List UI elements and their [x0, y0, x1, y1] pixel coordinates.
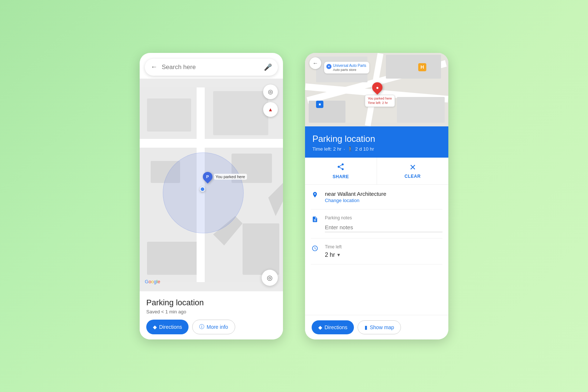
map-background: P You parked here ◎ ▲ ◎ Google	[140, 79, 283, 291]
share-label: SHARE	[333, 174, 349, 179]
map-area-left: P You parked here ◎ ▲ ◎ Google	[140, 79, 283, 291]
location-icon	[311, 191, 319, 200]
more-info-button[interactable]: ⓘ More info	[192, 320, 235, 334]
walk-time: 2 d 10 hr	[355, 146, 374, 152]
map-small-icon: ■	[316, 101, 323, 108]
clear-button[interactable]: ✕ CLEAR	[377, 158, 449, 184]
compass-button[interactable]: ▲	[263, 102, 278, 117]
directions-label-right: Directions	[325, 324, 347, 330]
parking-header-title: Parking location	[312, 134, 441, 144]
back-arrow-right[interactable]: ←	[309, 57, 321, 69]
bottom-panel-right: ◆ Directions ▮ Show map	[305, 315, 448, 339]
svg-rect-1	[147, 98, 191, 132]
red-pin: ●	[370, 80, 385, 95]
parking-title-left: Parking location	[146, 298, 276, 308]
search-input[interactable]	[162, 64, 259, 71]
svg-rect-6	[147, 242, 198, 275]
parking-pin-letter: P	[206, 175, 209, 179]
parking-header: Parking location Time left: 2 hr · 🚶 2 d…	[305, 126, 448, 158]
location-button[interactable]: ◎	[262, 270, 278, 286]
directions-icon-right: ◆	[318, 324, 322, 330]
search-bar: ← 🎤	[145, 59, 278, 76]
change-location-link[interactable]: Change location	[325, 198, 442, 203]
info-section: near Wallant Architecture Change locatio…	[305, 185, 448, 315]
show-map-icon: ▮	[365, 324, 368, 330]
share-button[interactable]: SHARE	[305, 158, 377, 184]
parked-label-time: Time left: 2 hr	[368, 101, 392, 105]
svg-rect-18	[309, 101, 345, 123]
panel-buttons-left: ◆ Directions ⓘ More info	[146, 320, 276, 334]
share-icon	[337, 163, 345, 173]
current-location-dot	[200, 187, 205, 192]
directions-label-left: Directions	[159, 324, 182, 330]
map-controls: ◎ ▲	[263, 84, 278, 117]
parked-label-main: You parked here	[368, 96, 392, 101]
clear-label: CLEAR	[405, 174, 421, 179]
directions-button-right[interactable]: ◆ Directions	[312, 320, 354, 334]
time-value: 2 hr	[325, 252, 335, 258]
time-selector[interactable]: 2 hr ▼	[325, 252, 442, 258]
mic-icon[interactable]: 🎤	[264, 63, 272, 71]
action-buttons-row: SHARE ✕ CLEAR	[305, 158, 448, 185]
back-arrow-left[interactable]: ←	[151, 63, 157, 71]
notes-row: Parking notes	[311, 209, 442, 238]
parking-header-sub: Time left: 2 hr · 🚶 2 d 10 hr	[312, 146, 441, 152]
svg-rect-2	[213, 91, 268, 135]
map-right-background: ← ● Universal Auto Parts Auto parts stor…	[305, 53, 448, 126]
dropdown-arrow-icon: ▼	[337, 252, 341, 258]
notes-content: Parking notes	[325, 215, 442, 232]
svg-rect-7	[140, 139, 283, 148]
more-info-label: More info	[207, 324, 228, 330]
location-content: near Wallant Architecture Change locatio…	[325, 191, 442, 203]
svg-rect-5	[243, 223, 279, 275]
clear-icon: ✕	[409, 163, 416, 172]
red-parking-marker: ● You parked here Time left: 2 hr	[372, 82, 395, 107]
red-pin-inner: ●	[376, 84, 379, 90]
show-map-label: Show map	[370, 324, 394, 330]
walking-icon: 🚶	[347, 146, 353, 152]
phone-left: ← 🎤	[140, 53, 283, 339]
parking-radius-circle	[163, 152, 244, 233]
more-info-icon: ⓘ	[199, 324, 204, 330]
parking-pin-icon: P	[201, 170, 214, 183]
separator: ·	[344, 146, 345, 152]
location-row: near Wallant Architecture Change locatio…	[311, 185, 442, 209]
notes-label: Parking notes	[325, 215, 442, 220]
parking-subtitle-left: Saved < 1 min ago	[146, 309, 276, 314]
time-label: Time left	[325, 244, 442, 249]
parking-pin: P You parked here	[203, 172, 247, 181]
poi-name: Universal Auto Parts	[333, 63, 366, 68]
svg-rect-17	[397, 97, 445, 123]
time-left-text: Time left: 2 hr	[312, 146, 341, 152]
notes-icon	[311, 216, 319, 224]
time-content: Time left 2 hr ▼	[325, 244, 442, 258]
parked-label: You parked here Time left: 2 hr	[365, 95, 395, 107]
notes-input[interactable]	[325, 223, 442, 232]
layers-button[interactable]: ◎	[263, 84, 278, 99]
show-map-button[interactable]: ▮ Show map	[358, 320, 401, 334]
directions-icon-left: ◆	[153, 324, 157, 330]
map-area-right: ← ● Universal Auto Parts Auto parts stor…	[305, 53, 448, 126]
parking-pin-label: You parked here	[214, 174, 247, 180]
svg-rect-16	[386, 55, 441, 79]
hotel-icon: H	[418, 63, 426, 71]
poi-icon: ●	[326, 64, 331, 69]
directions-button-left[interactable]: ◆ Directions	[146, 320, 189, 334]
poi-type: Auto parts store	[333, 68, 366, 72]
time-icon	[311, 245, 319, 253]
poi-label: ● Universal Auto Parts Auto parts store	[324, 62, 369, 74]
google-logo: Google	[145, 279, 160, 284]
poi-text: Universal Auto Parts Auto parts store	[333, 63, 366, 72]
time-row: Time left 2 hr ▼	[311, 238, 442, 265]
near-text: near Wallant Architecture	[325, 191, 442, 197]
bottom-panel-left: Parking location Saved < 1 min ago ◆ Dir…	[140, 291, 283, 339]
phone-right: ← ● Universal Auto Parts Auto parts stor…	[305, 53, 448, 339]
